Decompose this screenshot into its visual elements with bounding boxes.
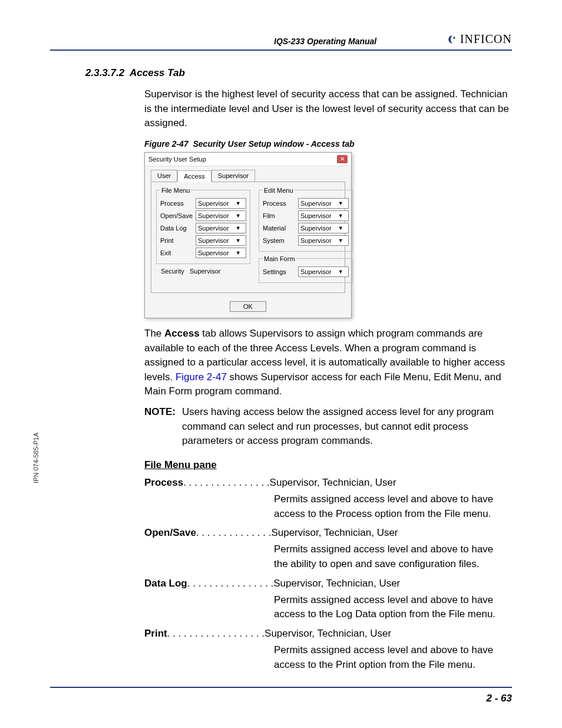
page-footer: 2 - 63 (50, 687, 512, 704)
file-process-combo[interactable]: Supervisor▼ (196, 198, 246, 209)
file-exit-label: Exit (160, 249, 193, 256)
chevron-down-icon: ▼ (333, 269, 348, 275)
figure-ref-link[interactable]: Figure 2-47 (176, 371, 227, 383)
page-number: 2 - 63 (487, 693, 512, 704)
def-opensave-desc: Permits assigned access level and above … (274, 542, 509, 571)
brand-text: INFICON (460, 32, 512, 46)
note-label: NOTE: (144, 405, 182, 449)
window-title: Security User Setup (148, 156, 206, 163)
running-head: IQS-233 Operating Manual (274, 37, 376, 46)
tab-supervisor[interactable]: Supervisor (211, 170, 256, 182)
ok-button[interactable]: OK (230, 301, 266, 312)
main-form-group: Main Form Settings Supervisor▼ (259, 255, 353, 283)
brand-logo: INFICON (447, 32, 512, 46)
edit-process-label: Process (263, 200, 296, 207)
edit-film-label: Film (263, 212, 296, 219)
mainform-settings-label: Settings (263, 268, 296, 275)
note-body: Users having access below the assigned a… (182, 405, 512, 449)
file-datalog-label: Data Log (160, 225, 193, 232)
svg-point-0 (453, 37, 455, 38)
tab-access[interactable]: Access (177, 170, 211, 182)
figure-caption: Figure 2-47 Security User Setup window -… (144, 139, 512, 149)
mainform-settings-combo[interactable]: Supervisor▼ (298, 266, 349, 277)
edit-menu-legend: Edit Menu (263, 187, 295, 194)
file-print-combo[interactable]: Supervisor▼ (196, 235, 246, 246)
file-process-label: Process (160, 200, 193, 207)
chevron-down-icon: ▼ (333, 213, 348, 219)
chevron-down-icon: ▼ (231, 213, 246, 219)
note-block: NOTE: Users having access below the assi… (144, 405, 512, 449)
chevron-down-icon: ▼ (231, 250, 246, 256)
def-print-desc: Permits assigned access level and above … (274, 643, 509, 672)
chevron-down-icon: ▼ (231, 225, 246, 231)
def-opensave: Open/Save. . . . . . . . . . . . . . Sup… (144, 527, 512, 539)
chevron-down-icon: ▼ (333, 200, 348, 206)
file-menu-legend: File Menu (160, 187, 191, 194)
close-icon[interactable]: ✕ (337, 155, 348, 163)
edit-process-combo[interactable]: Supervisor▼ (298, 198, 349, 209)
edit-material-combo[interactable]: Supervisor▼ (298, 223, 349, 233)
def-datalog-desc: Permits assigned access level and above … (274, 593, 509, 622)
edit-system-combo[interactable]: Supervisor▼ (298, 235, 349, 246)
tab-row: User Access Supervisor (151, 170, 345, 182)
inficon-swirl-icon (447, 34, 458, 45)
chevron-down-icon: ▼ (231, 200, 246, 206)
def-print: Print . . . . . . . . . . . . . . . . . … (144, 628, 512, 640)
main-form-legend: Main Form (263, 255, 296, 262)
tab-user[interactable]: User (151, 170, 177, 182)
section-heading: 2.3.3.7.2 Access Tab (85, 67, 512, 79)
chevron-down-icon: ▼ (333, 225, 348, 231)
file-datalog-combo[interactable]: Supervisor▼ (196, 223, 246, 233)
page-header: IQS-233 Operating Manual INFICON (50, 32, 512, 51)
security-user-setup-window: Security User Setup ✕ User Access Superv… (144, 152, 352, 318)
file-menu-group: File Menu Process Supervisor▼ Open/Save … (156, 187, 250, 264)
edit-material-label: Material (263, 225, 296, 232)
file-exit-combo[interactable]: Supervisor▼ (196, 248, 246, 258)
file-print-label: Print (160, 237, 193, 244)
file-menu-pane-heading: File Menu pane (144, 459, 512, 471)
file-opensave-combo[interactable]: Supervisor▼ (196, 210, 246, 221)
chevron-down-icon: ▼ (231, 238, 246, 243)
edit-film-combo[interactable]: Supervisor▼ (298, 210, 349, 221)
edit-menu-group: Edit Menu Process Supervisor▼ Film Super… (259, 187, 353, 252)
def-process-desc: Permits assigned access level and above … (274, 492, 509, 521)
intro-paragraph: Supervisor is the highest level of secur… (144, 87, 509, 131)
chevron-down-icon: ▼ (333, 238, 348, 243)
def-process: Process . . . . . . . . . . . . . . . . … (144, 477, 512, 489)
file-opensave-label: Open/Save (160, 212, 193, 219)
paragraph-access-tab: The Access tab allows Supervisors to ass… (144, 327, 509, 399)
ipn-sidebar: IPN 074-585-P1A (32, 433, 39, 483)
security-line: Security Supervisor (161, 268, 250, 275)
def-datalog: Data Log . . . . . . . . . . . . . . . .… (144, 578, 512, 589)
edit-system-label: System (263, 237, 296, 244)
